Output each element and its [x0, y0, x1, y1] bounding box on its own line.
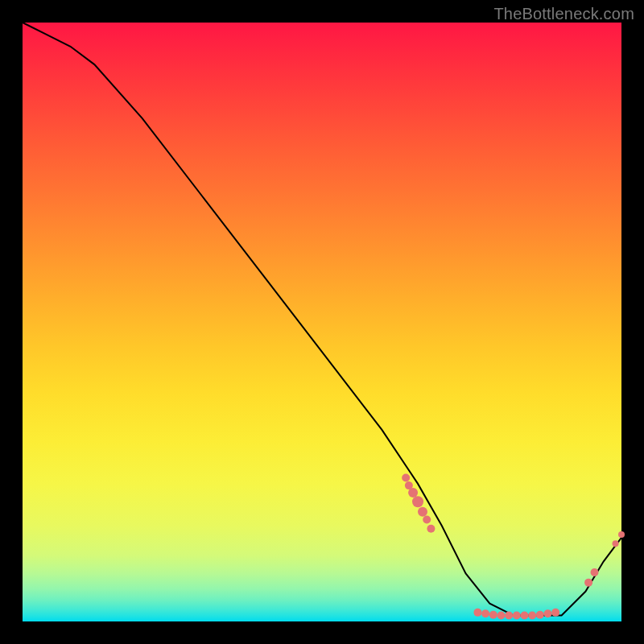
chart-frame: TheBottleneck.com: [0, 0, 644, 644]
plot-area: [23, 23, 621, 621]
watermark-text: TheBottleneck.com: [493, 5, 634, 23]
data-point: [427, 525, 435, 533]
data-point: [591, 568, 599, 576]
data-point: [408, 488, 418, 497]
data-point: [418, 507, 427, 517]
data-point: [584, 579, 592, 587]
data-point: [412, 496, 423, 507]
data-point: [536, 611, 544, 619]
data-point: [423, 516, 431, 524]
data-point: [551, 609, 559, 617]
data-point: [613, 540, 619, 547]
data-point: [481, 609, 489, 617]
data-point: [497, 612, 505, 620]
data-point: [543, 609, 551, 617]
data-point: [528, 612, 536, 620]
data-point: [505, 612, 513, 620]
data-point: [618, 531, 625, 538]
data-point: [513, 612, 521, 620]
scatter-points: [402, 473, 625, 619]
data-point: [489, 611, 497, 619]
data-point: [520, 612, 528, 620]
bottleneck-curve: [23, 23, 621, 616]
data-point: [402, 473, 410, 481]
data-point: [473, 609, 481, 617]
curve-layer: [23, 23, 621, 621]
